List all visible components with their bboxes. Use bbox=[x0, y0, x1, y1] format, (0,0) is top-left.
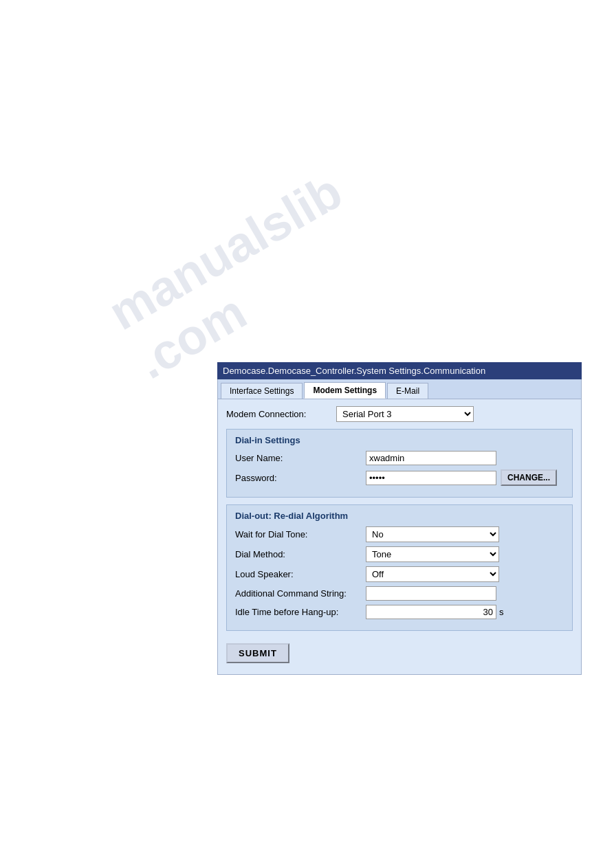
idle-time-input[interactable] bbox=[366, 605, 496, 619]
submit-button[interactable]: SUBMIT bbox=[226, 643, 289, 663]
content-area: Modem Connection: Serial Port 1 Serial P… bbox=[217, 399, 582, 675]
modem-connection-select[interactable]: Serial Port 1 Serial Port 2 Serial Port … bbox=[336, 406, 474, 422]
idle-time-row: Idle Time before Hang-up: s bbox=[235, 605, 564, 619]
tab-email[interactable]: E-Mail bbox=[387, 383, 428, 399]
dial-in-title: Dial-in Settings bbox=[235, 435, 564, 445]
additional-command-label: Additional Command String: bbox=[235, 588, 366, 599]
dial-method-row: Dial Method: Tone Pulse bbox=[235, 546, 564, 562]
dial-method-label: Dial Method: bbox=[235, 549, 366, 559]
submit-row: SUBMIT bbox=[226, 638, 573, 666]
modem-connection-label: Modem Connection: bbox=[226, 409, 336, 419]
password-row: Password: CHANGE... bbox=[235, 469, 564, 486]
title-bar: Democase.Democase_Controller.System Sett… bbox=[217, 362, 582, 379]
modem-connection-row: Modem Connection: Serial Port 1 Serial P… bbox=[226, 406, 573, 422]
wait-dial-tone-select[interactable]: No Yes bbox=[366, 526, 499, 542]
username-label: User Name: bbox=[235, 453, 366, 463]
username-input[interactable] bbox=[366, 451, 496, 465]
dial-in-section: Dial-in Settings User Name: Password: CH… bbox=[226, 429, 573, 498]
watermark: manualslib.com bbox=[99, 163, 380, 390]
change-button[interactable]: CHANGE... bbox=[501, 469, 557, 486]
title-text: Democase.Democase_Controller.System Sett… bbox=[223, 366, 485, 376]
wait-dial-tone-row: Wait for Dial Tone: No Yes bbox=[235, 526, 564, 542]
loud-speaker-select[interactable]: Off On bbox=[366, 566, 499, 582]
dial-out-title: Dial-out: Re-dial Algorithm bbox=[235, 511, 564, 521]
dial-out-section: Dial-out: Re-dial Algorithm Wait for Dia… bbox=[226, 504, 573, 631]
idle-time-unit: s bbox=[499, 607, 504, 617]
password-label: Password: bbox=[235, 473, 366, 483]
loud-speaker-row: Loud Speaker: Off On bbox=[235, 566, 564, 582]
additional-command-input[interactable] bbox=[366, 586, 496, 601]
loud-speaker-label: Loud Speaker: bbox=[235, 569, 366, 579]
tab-interface-settings[interactable]: Interface Settings bbox=[221, 383, 303, 399]
dial-method-select[interactable]: Tone Pulse bbox=[366, 546, 499, 562]
tab-bar: Interface Settings Modem Settings E-Mail bbox=[217, 379, 582, 399]
password-input[interactable] bbox=[366, 471, 496, 485]
tab-modem-settings[interactable]: Modem Settings bbox=[304, 382, 386, 399]
idle-time-label: Idle Time before Hang-up: bbox=[235, 607, 366, 617]
additional-command-row: Additional Command String: bbox=[235, 586, 564, 601]
wait-dial-tone-label: Wait for Dial Tone: bbox=[235, 529, 366, 539]
main-panel: Democase.Democase_Controller.System Sett… bbox=[217, 362, 582, 675]
username-row: User Name: bbox=[235, 451, 564, 465]
